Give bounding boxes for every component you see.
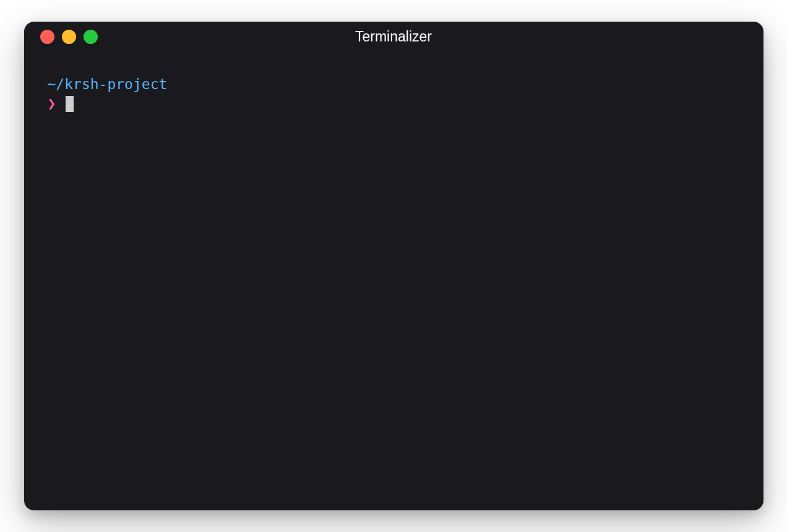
prompt-path: ~/krsh-project [48, 75, 740, 94]
terminal-window: Terminalizer ~/krsh-project ❯ [24, 22, 763, 510]
titlebar: Terminalizer [24, 22, 763, 51]
minimize-icon[interactable] [62, 30, 76, 44]
traffic-lights [40, 30, 98, 44]
window-title: Terminalizer [24, 28, 763, 45]
prompt-line: ❯ [48, 94, 740, 113]
close-icon[interactable] [40, 30, 54, 44]
maximize-icon[interactable] [84, 30, 98, 44]
cursor-icon [66, 96, 74, 112]
prompt-symbol-icon: ❯ [48, 94, 56, 113]
terminal-body[interactable]: ~/krsh-project ❯ [24, 51, 763, 510]
